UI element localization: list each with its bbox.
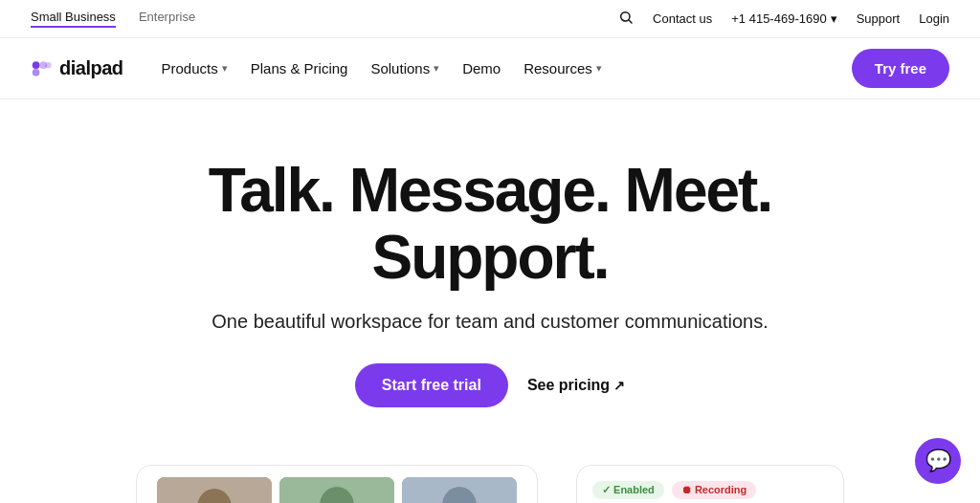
pricing-arrow-icon: ↗ [613, 378, 625, 393]
svg-line-1 [629, 20, 632, 23]
try-free-button[interactable]: Try free [852, 49, 949, 88]
video-call-preview [136, 465, 538, 503]
chat-bubble-icon: 💬 [925, 448, 951, 473]
svg-point-2 [33, 61, 40, 69]
login-link[interactable]: Login [919, 11, 949, 26]
nav-links: Products ▾ Plans & Pricing Solutions ▾ D… [154, 55, 610, 82]
status-badges: ✓ Enabled ⏺ Recording [592, 481, 828, 499]
logo-text: dialpad [59, 57, 123, 79]
hero-section: Talk. Message. Meet. Support. One beauti… [0, 99, 980, 446]
hero-subtitle: One beautiful workspace for team and cus… [212, 311, 768, 333]
person-thumb-2 [279, 477, 394, 503]
support-link[interactable]: Support [857, 11, 901, 26]
nav-resources[interactable]: Resources ▾ [516, 55, 610, 82]
nav-left: dialpad Products ▾ Plans & Pricing Solut… [31, 55, 610, 82]
top-bar-tabs: Small Business Enterprise [31, 10, 195, 28]
hero-cta: Start free trial See pricing ↗ [355, 363, 625, 407]
top-bar: Small Business Enterprise Contact us +1 … [0, 0, 980, 38]
person-thumb-1 [157, 477, 272, 503]
enabled-badge: ✓ Enabled [592, 481, 664, 499]
nav-products[interactable]: Products ▾ [154, 55, 235, 82]
dialpad-logo-icon [31, 60, 54, 77]
search-icon[interactable] [618, 10, 634, 29]
products-chevron-icon: ▾ [222, 62, 228, 75]
person-thumb-3 [402, 477, 517, 503]
nav-demo[interactable]: Demo [455, 55, 508, 82]
resources-chevron-icon: ▾ [596, 62, 602, 75]
contact-us-link[interactable]: Contact us [653, 11, 712, 26]
tab-enterprise[interactable]: Enterprise [139, 10, 195, 28]
call-status-preview: ✓ Enabled ⏺ Recording [576, 465, 844, 503]
nav-plans-pricing[interactable]: Plans & Pricing [243, 55, 356, 82]
hero-title: Talk. Message. Meet. Support. [209, 157, 771, 292]
svg-point-3 [33, 69, 40, 77]
logo[interactable]: dialpad [31, 57, 123, 79]
phone-chevron-icon: ▾ [831, 11, 837, 26]
svg-point-5 [45, 61, 51, 67]
see-pricing-link[interactable]: See pricing ↗ [527, 377, 625, 394]
start-trial-button[interactable]: Start free trial [355, 363, 508, 407]
tab-small-business[interactable]: Small Business [31, 10, 116, 28]
phone-link[interactable]: +1 415-469-1690 ▾ [731, 11, 836, 26]
chat-bubble-button[interactable]: 💬 [915, 438, 961, 484]
main-nav: dialpad Products ▾ Plans & Pricing Solut… [0, 38, 980, 99]
solutions-chevron-icon: ▾ [434, 62, 439, 75]
top-bar-right: Contact us +1 415-469-1690 ▾ Support Log… [618, 10, 949, 29]
nav-solutions[interactable]: Solutions ▾ [363, 55, 447, 82]
preview-section: ✓ Enabled ⏺ Recording [0, 465, 980, 503]
recording-badge: ⏺ Recording [672, 481, 756, 499]
